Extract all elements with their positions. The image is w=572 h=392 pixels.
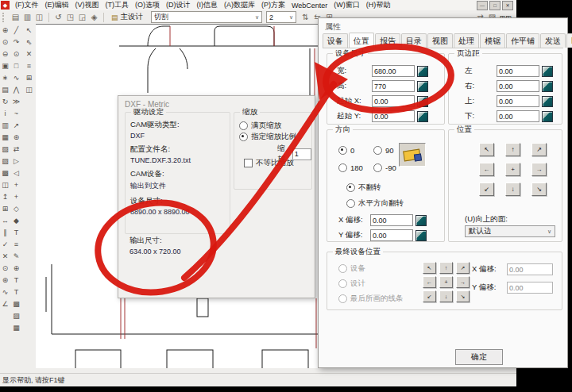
output-printer-icon[interactable]: ▥ (0, 119, 10, 131)
field-modifier-icon[interactable] (417, 81, 428, 92)
start-x-field[interactable]: 0.00 (372, 95, 415, 107)
lineweight-combo[interactable]: 2 ∨ (266, 11, 296, 23)
final-center-button[interactable]: + (439, 276, 453, 288)
menu-item[interactable]: (O)选项 (132, 0, 163, 10)
import-icon[interactable]: ◳ (64, 12, 76, 23)
height-field[interactable]: 770 (372, 80, 415, 92)
menu-item[interactable]: (H)帮助 (363, 0, 394, 10)
table-icon[interactable]: ▦ (10, 321, 22, 333)
final-top-button[interactable]: ↑ (439, 262, 453, 274)
paragraph-icon[interactable]: ≡ (10, 238, 22, 250)
minimize-button[interactable]: — (477, 1, 488, 10)
vector-icon[interactable]: ↗ (10, 119, 22, 131)
print-icon[interactable]: ▥ (21, 12, 33, 23)
position-right-button[interactable]: → (531, 163, 547, 176)
scale-factor-field[interactable]: 1 (292, 148, 311, 160)
position-bottom-button[interactable]: ↓ (505, 183, 520, 196)
final-bottom-right-button[interactable]: ↘ (456, 290, 470, 302)
text-icon[interactable]: T (10, 226, 22, 238)
text-box-icon[interactable]: T (10, 274, 22, 286)
tab-device[interactable]: 设备 (323, 33, 348, 48)
wave-icon[interactable]: ~ (10, 107, 22, 119)
menu-item[interactable]: WebCenter (288, 2, 330, 10)
tab-directories[interactable]: 目录 (401, 33, 427, 48)
rebuild-icon[interactable]: ◈ (88, 12, 100, 23)
no-flip-radio[interactable]: 不翻转 (346, 183, 381, 193)
position-top-right-button[interactable]: ↗ (531, 143, 547, 156)
check-icon[interactable]: ✓ (0, 238, 10, 250)
scale-updown-icon[interactable]: ⇅ (300, 12, 311, 23)
plot-style-combo[interactable]: 切割 ∨ (151, 11, 262, 23)
field-modifier-icon[interactable] (415, 230, 427, 241)
field-modifier-icon[interactable] (417, 96, 428, 107)
add-point-icon[interactable]: + (10, 179, 22, 190)
measure-icon[interactable]: ↔ (0, 214, 10, 226)
cross-icon[interactable]: ✕ (0, 250, 10, 262)
position-center-button[interactable]: + (505, 163, 520, 176)
main-design-button[interactable]: ▤ 主设计 (107, 11, 147, 23)
rays-icon[interactable]: ⊛ (0, 274, 10, 286)
mirror-icon[interactable]: ◁ (10, 167, 22, 179)
menu-item[interactable]: (T)工具 (102, 0, 133, 10)
file-output-icon[interactable]: ▩ (0, 167, 10, 179)
diamond-fill-icon[interactable]: ◆ (10, 214, 22, 226)
dimension-icon[interactable]: ⊕ (10, 262, 22, 274)
image-icon[interactable]: ▨ (10, 309, 22, 321)
revert-icon[interactable]: ↺ (52, 12, 64, 23)
field-modifier-icon[interactable] (542, 81, 553, 92)
flip-horizontal-radio[interactable]: 水平方向翻转 (346, 198, 404, 209)
menu-item[interactable]: (D)设计 (163, 0, 194, 10)
field-modifier-icon[interactable] (542, 96, 553, 107)
position-bottom-left-button[interactable]: ↙ (479, 183, 494, 196)
field-modifier-icon[interactable] (415, 215, 427, 226)
menu-item[interactable]: (I)信息 (194, 0, 222, 10)
curve-icon[interactable]: ∿ (10, 71, 22, 83)
paste-icon[interactable]: ◫ (22, 83, 36, 95)
fill-icon[interactable]: ▩ (10, 298, 22, 309)
left-margin-field[interactable]: 0.00 (497, 65, 539, 77)
small-text-icon[interactable]: T (10, 286, 22, 298)
plot-output-icon[interactable]: ▨ (0, 155, 10, 167)
refresh-icon[interactable]: ↻ (0, 95, 10, 107)
diamond-icon[interactable]: ◇ (10, 202, 22, 214)
zoom-out-icon[interactable]: ⊖ (0, 48, 10, 60)
final-top-right-button[interactable]: ↗ (456, 262, 470, 274)
final-top-left-button[interactable]: ↖ (423, 262, 436, 274)
tab-processing[interactable]: 处理 (454, 33, 479, 48)
select-icon[interactable]: ↖ (22, 24, 36, 36)
circle-icon[interactable]: ⊙ (10, 48, 22, 60)
zoom-window-icon[interactable]: ▣ (0, 60, 10, 71)
zoom-page-icon[interactable]: ⊙ (0, 36, 10, 48)
restore-button[interactable]: □ (489, 1, 500, 10)
folder-up-icon[interactable]: ↥ (0, 190, 10, 202)
menu-item[interactable]: (A)数据库 (221, 0, 258, 10)
menu-item[interactable]: (W)窗口 (330, 0, 363, 10)
copy-icon[interactable]: ⊞ (22, 71, 36, 83)
position-bottom-right-button[interactable]: ↘ (531, 183, 547, 196)
add-node-icon[interactable]: + (10, 190, 22, 202)
top-margin-field[interactable]: 0.00 (497, 95, 539, 107)
final-bottom-left-button[interactable]: ↙ (423, 290, 436, 302)
position-top-button[interactable]: ↑ (505, 143, 520, 156)
final-left-button[interactable]: ← (423, 276, 436, 288)
hatch-icon[interactable]: ∥ (0, 226, 10, 238)
delete-icon[interactable]: ✕ (22, 48, 36, 60)
ok-button[interactable]: 确定 (455, 349, 503, 365)
tab-reports[interactable]: 报告 (375, 33, 400, 48)
view-options-icon[interactable]: ▤ (0, 83, 10, 95)
menu-item[interactable]: (P)方案 (258, 0, 288, 10)
up-side-combo[interactable]: 默认边 ∨ (465, 225, 555, 237)
tab-diesaw[interactable]: 模锯 (480, 33, 505, 48)
y-offset-field[interactable]: 0.00 (370, 229, 413, 241)
nonuniform-scale-checkbox[interactable]: 不等比缩放 (244, 158, 294, 168)
save-icon[interactable]: ◫ (33, 12, 45, 23)
target-icon[interactable]: ⊙ (0, 262, 10, 274)
pan-icon[interactable]: ∗ (0, 71, 10, 83)
layers-icon[interactable]: ≡ (22, 60, 36, 71)
line-icon[interactable]: ╱ (10, 24, 22, 36)
field-modifier-icon[interactable] (417, 111, 428, 122)
width-field[interactable]: 680.00 (372, 65, 415, 77)
x-offset-field[interactable]: 0.00 (370, 214, 413, 226)
arc-icon[interactable]: ↷ (10, 36, 22, 48)
start-y-field[interactable]: 0.00 (372, 110, 415, 122)
